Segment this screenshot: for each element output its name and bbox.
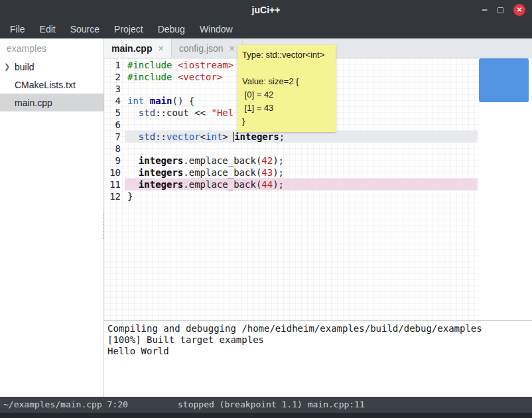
line-number: 5 — [104, 107, 125, 119]
code-token: int — [127, 96, 144, 106]
tooltip-value-line: [1] = 43 — [242, 102, 331, 115]
tooltip-value: Value: size=2 { [0] = 42 [1] = 43} — [242, 75, 331, 128]
code-token — [127, 155, 139, 166]
code-token — [127, 131, 139, 142]
tab-label: main.cpp — [111, 43, 152, 54]
code-line-12[interactable]: } — [125, 190, 478, 202]
main-content: examples ❯buildCMakeLists.txtmain.cpp ma… — [0, 38, 532, 397]
minimap-viewport-thumb[interactable] — [479, 58, 529, 102]
line-number: 12 — [104, 190, 125, 202]
menu-item-project[interactable]: Project — [107, 20, 151, 38]
code-line-10[interactable]: integers.emplace_back(43); — [125, 167, 478, 178]
menu-item-file[interactable]: File — [3, 20, 33, 38]
tooltip-value-line: Value: size=2 { — [242, 75, 331, 88]
line-number: 8 — [104, 143, 125, 155]
editor-column: main.cpp×config.json× 123456789101112 #i… — [104, 38, 532, 397]
close-tab-icon[interactable]: × — [158, 43, 163, 54]
code-token: integers — [139, 155, 183, 166]
code-token: #include — [127, 72, 172, 82]
code-token: ); — [273, 179, 284, 190]
code-token: << — [189, 107, 212, 118]
line-number: 4 — [104, 95, 125, 107]
tree-item-build[interactable]: ❯build — [0, 58, 103, 76]
tab-label: config.json — [179, 43, 224, 54]
terminal-line: [100%] Built target examples — [107, 334, 529, 346]
code-line-7[interactable]: std::vector<int> integers; — [125, 131, 478, 143]
tree-item-cmakelists-txt[interactable]: CMakeLists.txt — [0, 76, 103, 94]
code-line-8[interactable] — [125, 143, 478, 155]
tree-item-main-cpp[interactable]: main.cpp — [0, 94, 103, 111]
code-token: :: — [155, 131, 166, 142]
line-number-gutter[interactable]: 123456789101112 — [104, 58, 125, 320]
code-token: 44 — [261, 179, 273, 190]
code-token: emplace_back — [189, 167, 256, 178]
code-token — [172, 72, 177, 82]
tree-item-label: CMakeLists.txt — [15, 80, 76, 90]
menu-item-window[interactable]: Window — [192, 20, 240, 38]
line-number: 7 — [104, 131, 125, 143]
menu-item-edit[interactable]: Edit — [33, 20, 63, 38]
code-token: () { — [172, 96, 194, 106]
code-token — [127, 179, 139, 190]
chevron-right-icon[interactable]: ❯ — [4, 62, 15, 71]
line-number: 9 — [104, 155, 125, 167]
tab-main-cpp[interactable]: main.cpp× — [104, 38, 172, 58]
title-bar: juCi++ – ✕ — [0, 0, 532, 20]
menu-bar: FileEditSourceProjectDebugWindow — [0, 20, 532, 38]
terminal-line: Hello World — [107, 346, 529, 357]
window-controls: – ✕ — [482, 0, 525, 20]
close-tab-icon[interactable]: × — [230, 43, 235, 54]
code-token — [127, 107, 139, 118]
code-token: integers — [139, 179, 183, 190]
code-token: ; — [279, 131, 285, 142]
minimap[interactable] — [478, 58, 532, 320]
status-cursor-location: ~/examples/main.cpp 7:20 — [3, 397, 128, 413]
file-browser-sidebar: examples ❯buildCMakeLists.txtmain.cpp — [0, 38, 103, 397]
window-title: juCi++ — [252, 5, 281, 15]
code-token: > — [222, 131, 233, 142]
code-line-9[interactable]: integers.emplace_back(42); — [125, 155, 478, 167]
menu-item-debug[interactable]: Debug — [151, 20, 192, 38]
line-number: 11 — [104, 178, 125, 190]
code-token: emplace_back — [189, 179, 256, 190]
window-edge — [0, 413, 532, 418]
code-token: integers — [234, 131, 279, 142]
file-tree: ❯buildCMakeLists.txtmain.cpp — [0, 58, 103, 111]
code-token: #include — [127, 60, 172, 70]
terminal-output[interactable]: Compiling and debugging /home/eidheim/ex… — [104, 320, 532, 397]
tab-config-json[interactable]: config.json× — [172, 38, 243, 58]
code-token: < — [200, 131, 206, 142]
sidebar-header: examples — [0, 38, 103, 58]
status-bar: ~/examples/main.cpp 7:20 stopped (breakp… — [0, 397, 532, 413]
restore-icon — [498, 7, 503, 13]
tooltip-value-line: } — [242, 115, 331, 128]
code-token: std — [139, 107, 155, 118]
code-token: <iostream> — [178, 60, 233, 70]
code-token: "Hel — [211, 107, 233, 118]
code-token: integers — [139, 167, 183, 178]
code-token: . — [183, 167, 188, 178]
code-token: emplace_back — [189, 155, 256, 166]
minimize-icon: – — [482, 7, 488, 13]
code-token: cout — [166, 107, 189, 118]
line-number: 2 — [104, 71, 125, 83]
code-token: . — [183, 155, 188, 166]
code-token: . — [183, 179, 188, 190]
line-number: 10 — [104, 167, 125, 178]
line-number: 3 — [104, 83, 125, 95]
code-token: ); — [273, 167, 284, 178]
close-button[interactable]: ✕ — [513, 4, 525, 16]
line-number: 6 — [104, 119, 125, 131]
close-icon: ✕ — [517, 7, 522, 13]
debug-value-tooltip: Type: std::vector<int> Value: size=2 { [… — [237, 45, 336, 132]
code-token — [172, 60, 177, 70]
tree-item-label: main.cpp — [15, 98, 52, 108]
code-line-11[interactable]: integers.emplace_back(44); — [125, 178, 478, 190]
code-token — [127, 167, 139, 178]
minimize-button[interactable]: – — [482, 7, 488, 13]
restore-button[interactable] — [498, 7, 503, 13]
code-token: :: — [155, 107, 166, 118]
menu-item-source[interactable]: Source — [63, 20, 107, 38]
code-token: 43 — [261, 167, 273, 178]
line-number: 1 — [104, 59, 125, 71]
